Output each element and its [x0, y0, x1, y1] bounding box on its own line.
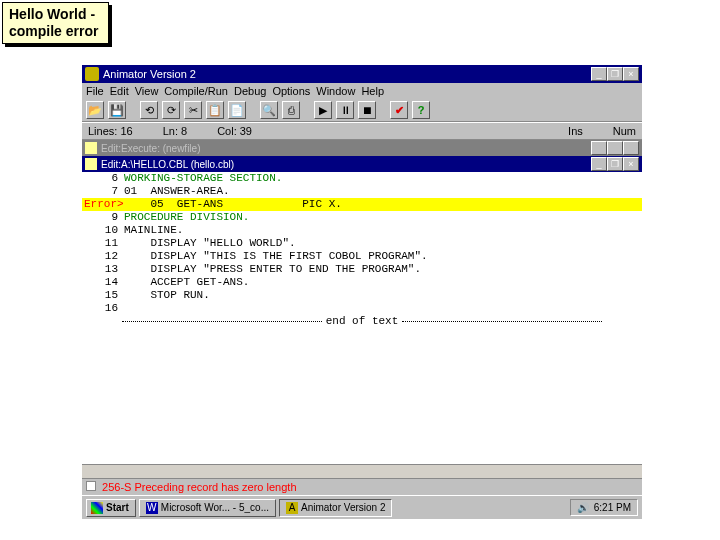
code-line[interactable]: 13 DISPLAY "PRESS ENTER TO END THE PROGR… [82, 263, 642, 276]
help-icon[interactable]: ? [412, 101, 430, 119]
app-icon[interactable] [85, 67, 99, 81]
menubar: File Edit View Compile/Run Debug Options… [82, 83, 642, 99]
code-line[interactable]: 10MAINLINE. [82, 224, 642, 237]
mdi-title-1: Edit:Execute: (newfile) [101, 143, 201, 154]
open-icon[interactable]: 📂 [86, 101, 104, 119]
code-text[interactable]: STOP RUN. [124, 289, 210, 302]
status-col: Col: 39 [217, 125, 252, 137]
redo-icon[interactable]: ⟳ [162, 101, 180, 119]
code-text[interactable]: PROCEDURE DIVISION. [124, 211, 249, 224]
mdi-child-newfile[interactable]: Edit:Execute: (newfile) _ ❐ × [82, 140, 642, 156]
callout-annotation: Hello World - compile error [2, 2, 109, 44]
minimize-button[interactable]: _ [591, 67, 607, 81]
stop-icon[interactable]: ⏹ [358, 101, 376, 119]
line-number: 11 [82, 237, 124, 250]
check-icon[interactable]: ✔ [390, 101, 408, 119]
cut-icon[interactable]: ✂ [184, 101, 202, 119]
code-line[interactable]: 15 STOP RUN. [82, 289, 642, 302]
status-lines: Lines: 16 [88, 125, 133, 137]
speaker-icon[interactable]: 🔊 [577, 502, 589, 513]
line-number: 7 [82, 185, 124, 198]
mdi1-min-button[interactable]: _ [591, 141, 607, 155]
print-icon[interactable]: ⎙ [282, 101, 300, 119]
line-number: 9 [82, 211, 124, 224]
windows-taskbar: Start W Microsoft Wor... - 5_co... A Ani… [82, 495, 642, 519]
compile-error-text: 256-S Preceding record has zero length [102, 481, 296, 493]
system-tray[interactable]: 🔊 6:21 PM [570, 499, 638, 516]
code-text[interactable]: 01 ANSWER-AREA. [124, 185, 230, 198]
code-text[interactable]: ACCEPT GET-ANS. [124, 276, 249, 289]
code-line[interactable]: 14 ACCEPT GET-ANS. [82, 276, 642, 289]
start-label: Start [106, 502, 129, 513]
windows-flag-icon [91, 502, 103, 514]
toolbar-sep [380, 101, 386, 119]
mdi-child-hello[interactable]: Edit:A:\HELLO.CBL (hello.cbl) _ ❐ × [82, 156, 642, 172]
code-line[interactable]: 9PROCEDURE DIVISION. [82, 211, 642, 224]
menu-options[interactable]: Options [272, 85, 310, 97]
toolbar-sep [304, 101, 310, 119]
doc-icon [85, 142, 97, 154]
undo-icon[interactable]: ⟲ [140, 101, 158, 119]
code-line[interactable]: 16 [82, 302, 642, 315]
taskbar-item-word[interactable]: W Microsoft Wor... - 5_co... [139, 499, 276, 517]
menu-view[interactable]: View [135, 85, 159, 97]
taskbar-item-animator[interactable]: A Animator Version 2 [279, 499, 393, 517]
doc-icon [85, 158, 97, 170]
code-text[interactable]: WORKING-STORAGE SECTION. [124, 172, 282, 185]
menu-debug[interactable]: Debug [234, 85, 266, 97]
line-number: 13 [82, 263, 124, 276]
pause-icon[interactable]: ⏸ [336, 101, 354, 119]
menu-edit[interactable]: Edit [110, 85, 129, 97]
titlebar[interactable]: Animator Version 2 _ ❐ × [82, 65, 642, 83]
maximize-button[interactable]: ❐ [607, 67, 623, 81]
code-editor[interactable]: 6WORKING-STORAGE SECTION.701 ANSWER-AREA… [82, 172, 642, 464]
callout-line1: Hello World - [9, 6, 98, 23]
line-number: 10 [82, 224, 124, 237]
code-text[interactable]: DISPLAY "THIS IS THE FIRST COBOL PROGRAM… [124, 250, 428, 263]
mdi2-min-button[interactable]: _ [591, 157, 607, 171]
app-window: Animator Version 2 _ ❐ × File Edit View … [82, 65, 642, 511]
error-label: Error> [82, 198, 124, 211]
status-ln: Ln: 8 [163, 125, 187, 137]
mdi1-close-button[interactable]: × [623, 141, 639, 155]
paste-icon[interactable]: 📄 [228, 101, 246, 119]
code-line[interactable]: 11 DISPLAY "HELLO WORLD". [82, 237, 642, 250]
line-number: 16 [82, 302, 124, 315]
menu-compile[interactable]: Compile/Run [164, 85, 228, 97]
scrollbar-horizontal[interactable] [82, 464, 642, 478]
line-number: 12 [82, 250, 124, 263]
status-strip: Lines: 16 Ln: 8 Col: 39 Ins Num [82, 122, 642, 140]
code-line[interactable]: 701 ANSWER-AREA. [82, 185, 642, 198]
code-line[interactable]: Error> 05 GET-ANS PIC X. [82, 198, 642, 211]
start-button[interactable]: Start [86, 499, 136, 517]
code-text[interactable]: DISPLAY "HELLO WORLD". [124, 237, 296, 250]
code-text[interactable]: MAINLINE. [124, 224, 183, 237]
line-number: 14 [82, 276, 124, 289]
line-number: 6 [82, 172, 124, 185]
find-icon[interactable]: 🔍 [260, 101, 278, 119]
close-button[interactable]: × [623, 67, 639, 81]
toolbar: 📂 💾 ⟲ ⟳ ✂ 📋 📄 🔍 ⎙ ▶ ⏸ ⏹ ✔ ? [82, 99, 642, 122]
mdi2-max-button[interactable]: ❐ [607, 157, 623, 171]
save-icon[interactable]: 💾 [108, 101, 126, 119]
menu-help[interactable]: Help [361, 85, 384, 97]
code-text[interactable]: DISPLAY "PRESS ENTER TO END THE PROGRAM"… [124, 263, 421, 276]
animator-icon: A [286, 502, 298, 514]
clock: 6:21 PM [594, 502, 631, 513]
error-bullet-icon [86, 481, 96, 491]
run-icon[interactable]: ▶ [314, 101, 332, 119]
window-title: Animator Version 2 [103, 68, 591, 80]
mdi2-close-button[interactable]: × [623, 157, 639, 171]
status-num: Num [613, 125, 636, 137]
end-of-text-marker: end of text [82, 315, 642, 328]
toolbar-sep [250, 101, 256, 119]
mdi-title-2: Edit:A:\HELLO.CBL (hello.cbl) [101, 159, 234, 170]
code-line[interactable]: 6WORKING-STORAGE SECTION. [82, 172, 642, 185]
menu-window[interactable]: Window [316, 85, 355, 97]
menu-file[interactable]: File [86, 85, 104, 97]
copy-icon[interactable]: 📋 [206, 101, 224, 119]
mdi1-max-button[interactable]: ❐ [607, 141, 623, 155]
code-line[interactable]: 12 DISPLAY "THIS IS THE FIRST COBOL PROG… [82, 250, 642, 263]
window-controls: _ ❐ × [591, 67, 639, 81]
taskbar-label-2: Animator Version 2 [301, 502, 386, 513]
